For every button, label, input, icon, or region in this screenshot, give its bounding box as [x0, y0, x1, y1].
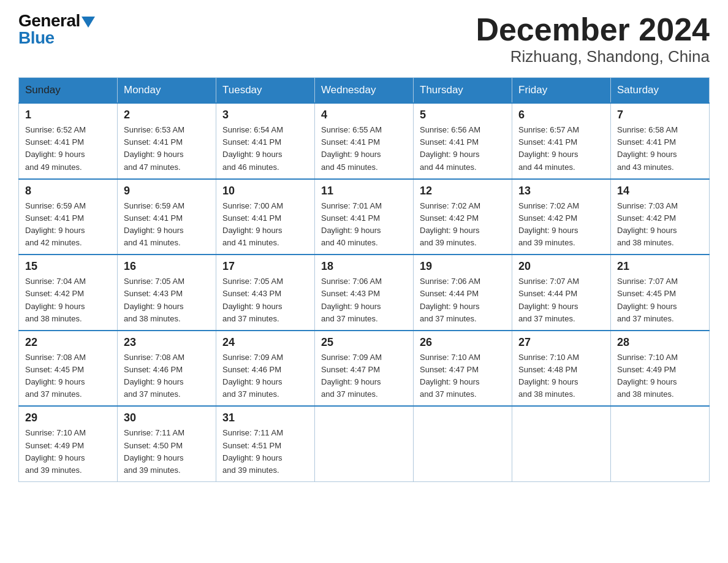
title-block: December 2024 Rizhuang, Shandong, China [476, 12, 710, 66]
day-number: 25 [321, 336, 407, 349]
day-number: 4 [321, 109, 407, 121]
calendar-cell: 27Sunrise: 7:10 AMSunset: 4:48 PMDayligh… [512, 331, 611, 407]
day-number: 16 [124, 260, 210, 273]
day-number: 13 [518, 185, 604, 197]
calendar-cell: 26Sunrise: 7:10 AMSunset: 4:47 PMDayligh… [414, 331, 512, 407]
day-number: 24 [222, 336, 308, 349]
day-info: Sunrise: 7:04 AMSunset: 4:42 PMDaylight:… [25, 275, 111, 325]
calendar-cell: 21Sunrise: 7:07 AMSunset: 4:45 PMDayligh… [611, 255, 710, 331]
weekday-header-monday: Monday [118, 78, 216, 104]
day-number: 1 [25, 109, 111, 121]
calendar-cell: 25Sunrise: 7:09 AMSunset: 4:47 PMDayligh… [315, 331, 414, 407]
calendar-cell: 22Sunrise: 7:08 AMSunset: 4:45 PMDayligh… [19, 331, 118, 407]
day-info: Sunrise: 6:56 AMSunset: 4:41 PMDaylight:… [420, 124, 506, 174]
day-info: Sunrise: 7:03 AMSunset: 4:42 PMDaylight:… [617, 200, 703, 250]
day-number: 21 [617, 260, 703, 273]
calendar-cell: 10Sunrise: 7:00 AMSunset: 4:41 PMDayligh… [216, 179, 315, 255]
day-number: 8 [25, 185, 111, 197]
calendar-cell [315, 406, 414, 481]
weekday-header-thursday: Thursday [414, 78, 512, 104]
calendar-cell: 23Sunrise: 7:08 AMSunset: 4:46 PMDayligh… [118, 331, 216, 407]
day-info: Sunrise: 7:10 AMSunset: 4:47 PMDaylight:… [420, 351, 506, 401]
calendar-cell: 2Sunrise: 6:53 AMSunset: 4:41 PMDaylight… [118, 103, 216, 179]
weekday-header-saturday: Saturday [611, 78, 710, 104]
calendar-cell [414, 406, 512, 481]
day-number: 12 [420, 185, 506, 197]
calendar-title: December 2024 [476, 12, 710, 47]
weekday-header-tuesday: Tuesday [216, 78, 315, 104]
day-info: Sunrise: 7:00 AMSunset: 4:41 PMDaylight:… [222, 200, 308, 250]
calendar-table: SundayMondayTuesdayWednesdayThursdayFrid… [18, 77, 710, 482]
calendar-cell: 3Sunrise: 6:54 AMSunset: 4:41 PMDaylight… [216, 103, 315, 179]
day-info: Sunrise: 7:09 AMSunset: 4:46 PMDaylight:… [222, 351, 308, 401]
day-info: Sunrise: 6:54 AMSunset: 4:41 PMDaylight:… [222, 124, 308, 174]
day-number: 23 [124, 336, 210, 349]
calendar-cell: 29Sunrise: 7:10 AMSunset: 4:49 PMDayligh… [19, 406, 118, 481]
day-info: Sunrise: 7:07 AMSunset: 4:44 PMDaylight:… [518, 275, 604, 325]
calendar-cell: 13Sunrise: 7:02 AMSunset: 4:42 PMDayligh… [512, 179, 611, 255]
day-info: Sunrise: 7:08 AMSunset: 4:45 PMDaylight:… [25, 351, 111, 401]
calendar-cell: 31Sunrise: 7:11 AMSunset: 4:51 PMDayligh… [216, 406, 315, 481]
day-info: Sunrise: 7:11 AMSunset: 4:51 PMDaylight:… [222, 427, 308, 477]
calendar-cell: 12Sunrise: 7:02 AMSunset: 4:42 PMDayligh… [414, 179, 512, 255]
weekday-header-wednesday: Wednesday [315, 78, 414, 104]
calendar-cell: 11Sunrise: 7:01 AMSunset: 4:41 PMDayligh… [315, 179, 414, 255]
day-number: 2 [124, 109, 210, 121]
day-number: 6 [518, 109, 604, 121]
day-info: Sunrise: 6:57 AMSunset: 4:41 PMDaylight:… [518, 124, 604, 174]
calendar-cell: 4Sunrise: 6:55 AMSunset: 4:41 PMDaylight… [315, 103, 414, 179]
day-info: Sunrise: 6:52 AMSunset: 4:41 PMDaylight:… [25, 124, 111, 174]
calendar-cell: 19Sunrise: 7:06 AMSunset: 4:44 PMDayligh… [414, 255, 512, 331]
day-number: 26 [420, 336, 506, 349]
calendar-cell: 16Sunrise: 7:05 AMSunset: 4:43 PMDayligh… [118, 255, 216, 331]
day-info: Sunrise: 7:05 AMSunset: 4:43 PMDaylight:… [124, 275, 210, 325]
day-number: 17 [222, 260, 308, 273]
calendar-cell: 18Sunrise: 7:06 AMSunset: 4:43 PMDayligh… [315, 255, 414, 331]
day-info: Sunrise: 6:53 AMSunset: 4:41 PMDaylight:… [124, 124, 210, 174]
logo-general-text: General [18, 12, 95, 29]
calendar-cell [611, 406, 710, 481]
day-number: 3 [222, 109, 308, 121]
calendar-cell: 28Sunrise: 7:10 AMSunset: 4:49 PMDayligh… [611, 331, 710, 407]
calendar-cell: 5Sunrise: 6:56 AMSunset: 4:41 PMDaylight… [414, 103, 512, 179]
day-info: Sunrise: 7:09 AMSunset: 4:47 PMDaylight:… [321, 351, 407, 401]
calendar-cell: 15Sunrise: 7:04 AMSunset: 4:42 PMDayligh… [19, 255, 118, 331]
day-info: Sunrise: 6:55 AMSunset: 4:41 PMDaylight:… [321, 124, 407, 174]
calendar-cell: 30Sunrise: 7:11 AMSunset: 4:50 PMDayligh… [118, 406, 216, 481]
day-number: 7 [617, 109, 703, 121]
day-info: Sunrise: 7:02 AMSunset: 4:42 PMDaylight:… [420, 200, 506, 250]
day-number: 29 [25, 412, 111, 424]
day-info: Sunrise: 7:10 AMSunset: 4:49 PMDaylight:… [617, 351, 703, 401]
day-info: Sunrise: 6:59 AMSunset: 4:41 PMDaylight:… [124, 200, 210, 250]
calendar-subtitle: Rizhuang, Shandong, China [476, 47, 710, 66]
day-number: 27 [518, 336, 604, 349]
day-info: Sunrise: 7:01 AMSunset: 4:41 PMDaylight:… [321, 200, 407, 250]
day-number: 14 [617, 185, 703, 197]
day-info: Sunrise: 7:11 AMSunset: 4:50 PMDaylight:… [124, 427, 210, 477]
calendar-cell: 6Sunrise: 6:57 AMSunset: 4:41 PMDaylight… [512, 103, 611, 179]
day-number: 10 [222, 185, 308, 197]
day-info: Sunrise: 7:07 AMSunset: 4:45 PMDaylight:… [617, 275, 703, 325]
day-number: 20 [518, 260, 604, 273]
day-number: 18 [321, 260, 407, 273]
day-number: 15 [25, 260, 111, 273]
day-number: 11 [321, 185, 407, 197]
calendar-cell [512, 406, 611, 481]
page-header: General Blue December 2024 Rizhuang, Sha… [18, 12, 710, 66]
day-info: Sunrise: 7:08 AMSunset: 4:46 PMDaylight:… [124, 351, 210, 401]
day-number: 22 [25, 336, 111, 349]
calendar-cell: 8Sunrise: 6:59 AMSunset: 4:41 PMDaylight… [19, 179, 118, 255]
calendar-cell: 24Sunrise: 7:09 AMSunset: 4:46 PMDayligh… [216, 331, 315, 407]
calendar-cell: 1Sunrise: 6:52 AMSunset: 4:41 PMDaylight… [19, 103, 118, 179]
day-info: Sunrise: 7:02 AMSunset: 4:42 PMDaylight:… [518, 200, 604, 250]
day-number: 31 [222, 412, 308, 424]
weekday-header-sunday: Sunday [19, 78, 118, 104]
calendar-cell: 20Sunrise: 7:07 AMSunset: 4:44 PMDayligh… [512, 255, 611, 331]
logo-arrow-icon [82, 17, 95, 28]
day-info: Sunrise: 7:10 AMSunset: 4:48 PMDaylight:… [518, 351, 604, 401]
calendar-cell: 9Sunrise: 6:59 AMSunset: 4:41 PMDaylight… [118, 179, 216, 255]
day-number: 19 [420, 260, 506, 273]
day-number: 9 [124, 185, 210, 197]
day-info: Sunrise: 7:06 AMSunset: 4:44 PMDaylight:… [420, 275, 506, 325]
calendar-cell: 7Sunrise: 6:58 AMSunset: 4:41 PMDaylight… [611, 103, 710, 179]
